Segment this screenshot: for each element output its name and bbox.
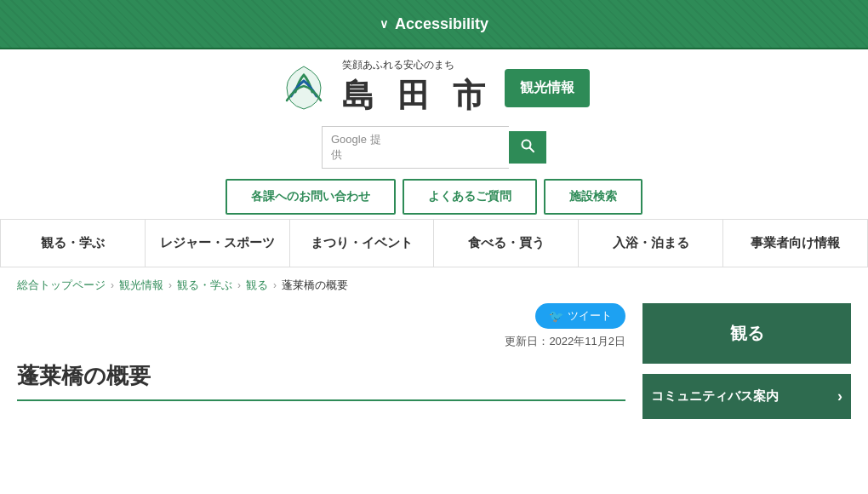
tweet-label: ツイート xyxy=(568,308,612,324)
city-logo-icon xyxy=(278,62,329,113)
main-nav: 観る・学ぶ レジャー・スポーツ まつり・イベント 食べる・買う 入浴・泊まる 事… xyxy=(0,219,868,267)
facility-search-button[interactable]: 施設検索 xyxy=(544,179,642,215)
search-input[interactable] xyxy=(390,141,500,154)
nav-item-food[interactable]: 食べる・買う xyxy=(434,220,579,267)
tweet-button[interactable]: 🐦 ツイート xyxy=(535,303,625,329)
sidebar-community-bus-label: コミュニティバス案内 xyxy=(651,388,779,405)
breadcrumb-current: 蓬莱橋の概要 xyxy=(282,278,348,293)
breadcrumb: 総合トップページ › 観光情報 › 観る・学ぶ › 観る › 蓬莱橋の概要 xyxy=(0,267,868,303)
city-title: 島 田 市 xyxy=(342,74,491,118)
search-input-wrap: Google 提供 xyxy=(322,126,509,169)
twitter-icon: 🐦 xyxy=(549,309,563,323)
google-label: Google 提供 xyxy=(331,132,385,163)
breadcrumb-home[interactable]: 総合トップページ xyxy=(17,278,106,293)
accessibility-bar[interactable]: ∨ Accessibility xyxy=(0,0,868,49)
nav-item-see-learn[interactable]: 観る・学ぶ xyxy=(0,220,146,267)
chevron-down-icon: ∨ xyxy=(380,17,388,31)
content-area: 🐦 ツイート 更新日：2022年11月2日 蓬莱橋の概要 観る コミュニティバス… xyxy=(0,303,868,419)
post-meta: 🐦 ツイート 更新日：2022年11月2日 xyxy=(17,303,625,349)
nav-buttons: 各課へのお問い合わせ よくあるご質問 施設検索 xyxy=(226,179,642,215)
sidebar-community-bus-button[interactable]: コミュニティバス案内 › xyxy=(642,374,851,419)
faq-button[interactable]: よくあるご質問 xyxy=(403,179,537,215)
city-tagline: 笑顔あふれる安心のまち xyxy=(342,58,454,72)
breadcrumb-separator-1: › xyxy=(111,279,114,291)
arrow-icon: › xyxy=(837,388,842,405)
nav-item-festivals[interactable]: まつり・イベント xyxy=(290,220,435,267)
breadcrumb-separator-3: › xyxy=(237,279,241,291)
tourism-button[interactable]: 観光情報 xyxy=(505,69,590,107)
breadcrumb-see-learn[interactable]: 観る・学ぶ xyxy=(177,278,232,293)
city-name-area: 笑顔あふれる安心のまち 島 田 市 xyxy=(342,58,491,118)
nav-item-bath-stay[interactable]: 入浴・泊まる xyxy=(579,220,723,267)
sidebar: 観る コミュニティバス案内 › xyxy=(642,303,851,419)
header: 笑顔あふれる安心のまち 島 田 市 観光情報 Google 提供 各課へのお問い… xyxy=(0,49,868,219)
accessibility-label: Accessibility xyxy=(395,15,488,33)
contact-button[interactable]: 各課へのお問い合わせ xyxy=(226,179,396,215)
breadcrumb-separator-2: › xyxy=(168,279,172,291)
breadcrumb-see[interactable]: 観る xyxy=(246,278,268,293)
search-area: Google 提供 xyxy=(322,126,546,169)
search-icon xyxy=(521,139,534,152)
page-title: 蓬莱橋の概要 xyxy=(17,361,625,401)
sidebar-see-button[interactable]: 観る xyxy=(642,303,851,364)
logo-area: 笑顔あふれる安心のまち 島 田 市 観光情報 xyxy=(278,58,589,118)
main-content: 🐦 ツイート 更新日：2022年11月2日 蓬莱橋の概要 xyxy=(17,303,625,419)
search-button[interactable] xyxy=(509,131,546,164)
nav-item-leisure[interactable]: レジャー・スポーツ xyxy=(146,220,290,267)
nav-item-business[interactable]: 事業者向け情報 xyxy=(723,220,868,267)
accessibility-button[interactable]: ∨ Accessibility xyxy=(380,15,488,33)
update-date: 更新日：2022年11月2日 xyxy=(505,334,625,349)
breadcrumb-separator-4: › xyxy=(273,279,277,291)
breadcrumb-tourism[interactable]: 観光情報 xyxy=(119,278,163,293)
svg-line-1 xyxy=(530,148,534,152)
